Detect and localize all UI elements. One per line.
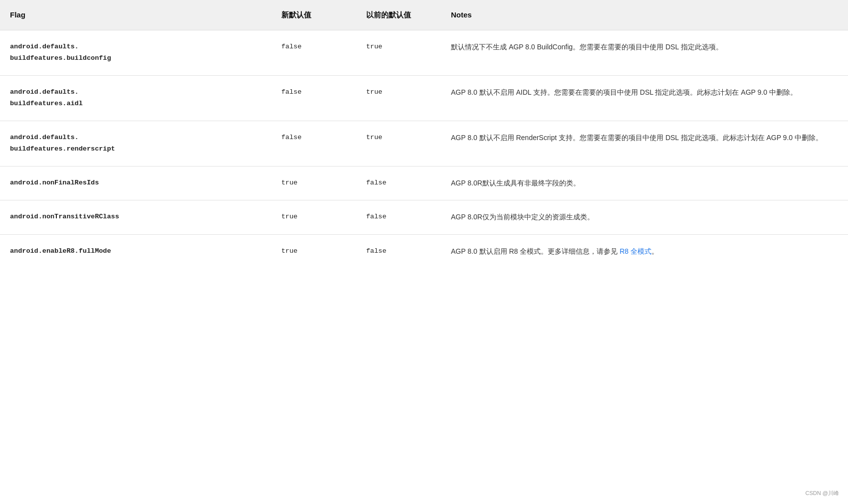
notes-cell: AGP 8.0 默认不启用 RenderScript 支持。您需要在需要的项目中… <box>441 121 848 166</box>
new-default-cell: true <box>271 166 356 200</box>
header-flag: Flag <box>0 0 271 30</box>
notes-link[interactable]: R8 全模式 <box>620 247 651 255</box>
old-default-cell: true <box>356 121 441 166</box>
table-row: android.defaults. buildfeatures.rendersc… <box>0 121 848 166</box>
flag-cell: android.enableR8.fullMode <box>0 235 271 269</box>
new-default-cell: true <box>271 200 356 235</box>
header-new-default: 新默认值 <box>271 0 356 30</box>
notes-cell: AGP 8.0 默认启用 R8 全模式。更多详细信息，请参见 R8 全模式。 <box>441 235 848 269</box>
new-default-cell: false <box>271 75 356 121</box>
table-header-row: Flag 新默认值 以前的默认值 Notes <box>0 0 848 30</box>
flag-cell: android.defaults. buildfeatures.rendersc… <box>0 121 271 166</box>
new-default-cell: false <box>271 30 356 76</box>
table-row: android.defaults. buildfeatures.buildcon… <box>0 30 848 76</box>
header-notes: Notes <box>441 0 848 30</box>
flag-cell: android.defaults. buildfeatures.buildcon… <box>0 30 271 76</box>
table-row: android.enableR8.fullModetruefalseAGP 8.… <box>0 235 848 269</box>
table-row: android.defaults. buildfeatures.aidlfals… <box>0 75 848 121</box>
notes-text-before-link: AGP 8.0 默认启用 R8 全模式。更多详细信息，请参见 <box>451 247 620 255</box>
notes-text-after-link: 。 <box>651 247 658 255</box>
table-row: android.nonTransitiveRClasstruefalseAGP … <box>0 200 848 235</box>
old-default-cell: false <box>356 166 441 200</box>
notes-cell: 默认情况下不生成 AGP 8.0 BuildConfig。您需要在需要的项目中使… <box>441 30 848 76</box>
flag-cell: android.defaults. buildfeatures.aidl <box>0 75 271 121</box>
new-default-cell: false <box>271 121 356 166</box>
header-old-default: 以前的默认值 <box>356 0 441 30</box>
old-default-cell: true <box>356 75 441 121</box>
notes-cell: AGP 8.0 默认不启用 AIDL 支持。您需要在需要的项目中使用 DSL 指… <box>441 75 848 121</box>
flag-cell: android.nonFinalResIds <box>0 166 271 200</box>
notes-cell: AGP 8.0R默认生成具有非最终字段的类。 <box>441 166 848 200</box>
new-default-cell: true <box>271 235 356 269</box>
notes-cell: AGP 8.0R仅为当前模块中定义的资源生成类。 <box>441 200 848 235</box>
old-default-cell: false <box>356 235 441 269</box>
main-container: Flag 新默认值 以前的默认值 Notes android.defaults.… <box>0 0 848 269</box>
table-row: android.nonFinalResIdstruefalseAGP 8.0R默… <box>0 166 848 200</box>
flags-table: Flag 新默认值 以前的默认值 Notes android.defaults.… <box>0 0 848 269</box>
old-default-cell: false <box>356 200 441 235</box>
old-default-cell: true <box>356 30 441 76</box>
flag-cell: android.nonTransitiveRClass <box>0 200 271 235</box>
